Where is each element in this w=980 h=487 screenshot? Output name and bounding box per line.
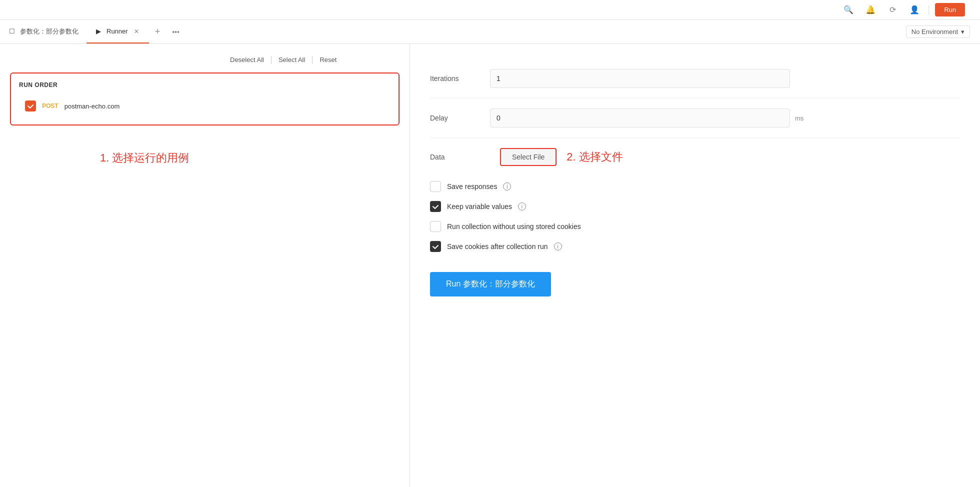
deselect-all-button[interactable]: Deselect All [225, 54, 269, 66]
user-icon[interactable]: 👤 [906, 2, 922, 18]
save-cookies-info-icon[interactable]: i [554, 242, 562, 250]
left-panel: Deselect All Select All Reset RUN ORDER … [0, 44, 410, 487]
select-all-button[interactable]: Select All [274, 54, 310, 66]
annotation-2: 2. 选择文件 [566, 150, 622, 164]
run-order-title: RUN ORDER [19, 82, 390, 88]
delay-row: Delay ms [430, 98, 960, 138]
run-collection-button[interactable]: Run 参数化：部分参数化 [430, 272, 551, 296]
tab-runner-label: Runner [106, 28, 128, 35]
play-icon: ▶ [94, 28, 102, 36]
tab-add-button[interactable]: + [149, 20, 166, 44]
sync-icon[interactable]: ⟳ [884, 2, 900, 18]
tab-more-button[interactable]: ••• [166, 20, 186, 44]
save-cookies-checkbox[interactable] [430, 241, 441, 252]
keep-variable-row: Keep variable values i [430, 201, 960, 212]
tab-parameterize-label: 参数化：部分参数化 [20, 27, 78, 36]
data-label: Data [430, 153, 490, 161]
tab-runner[interactable]: ▶ Runner ✕ [86, 20, 149, 44]
request-checkbox[interactable] [25, 100, 36, 112]
toolbar: Deselect All Select All Reset [225, 54, 400, 66]
env-label: No Environment [912, 28, 958, 36]
run-order-box: RUN ORDER POST postman-echo.com [10, 72, 400, 126]
keep-variable-label: Keep variable values [447, 202, 512, 210]
chevron-down-icon: ▾ [961, 28, 964, 36]
tab-close-icon[interactable]: ✕ [132, 27, 141, 36]
checkboxes-section: Save responses i Keep variable values i … [430, 176, 960, 257]
run-without-cookies-label: Run collection without using stored cook… [447, 222, 581, 230]
checkmark-icon [432, 203, 439, 210]
document-icon: ☐ [8, 28, 16, 36]
toolbar-divider2 [312, 56, 312, 64]
search-icon[interactable]: 🔍 [840, 2, 856, 18]
checkmark-icon [27, 102, 34, 110]
checkmark-icon [432, 243, 439, 250]
keep-variable-checkbox[interactable] [430, 201, 441, 212]
save-cookies-row: Save cookies after collection run i [430, 241, 960, 252]
table-row[interactable]: POST postman-echo.com [19, 96, 390, 116]
save-responses-row: Save responses i [430, 181, 960, 192]
delay-input[interactable] [490, 108, 790, 128]
tab-bar: ☐ 参数化：部分参数化 ▶ Runner ✕ + ••• No Environm… [0, 20, 980, 44]
bell-icon[interactable]: 🔔 [862, 2, 878, 18]
separator [928, 5, 929, 15]
ms-label: ms [795, 114, 804, 122]
delay-label: Delay [430, 114, 490, 122]
annotation-1: 1. 选择运行的用例 [10, 150, 400, 166]
data-row: Data Select File 2. 选择文件 [430, 138, 960, 176]
save-responses-checkbox[interactable] [430, 181, 441, 192]
select-file-button[interactable]: Select File [500, 148, 556, 166]
top-right-area: 🔍 🔔 ⟳ 👤 Run [840, 2, 970, 18]
iterations-row: Iterations [430, 59, 960, 98]
iterations-input[interactable] [490, 69, 790, 88]
main-area: Deselect All Select All Reset RUN ORDER … [0, 44, 980, 487]
run-without-cookies-checkbox[interactable] [430, 221, 441, 232]
save-responses-info-icon[interactable]: i [503, 182, 511, 190]
orange-run-button[interactable]: Run [935, 3, 965, 16]
save-responses-label: Save responses [447, 182, 497, 190]
request-name: postman-echo.com [64, 102, 120, 110]
toolbar-divider [271, 56, 272, 64]
right-panel: Iterations Delay ms Data Select File 2. … [410, 44, 980, 487]
tab-parameterize[interactable]: ☐ 参数化：部分参数化 [0, 20, 86, 44]
keep-variable-info-icon[interactable]: i [518, 202, 526, 210]
save-cookies-label: Save cookies after collection run [447, 242, 548, 250]
run-without-cookies-row: Run collection without using stored cook… [430, 221, 960, 232]
env-selector[interactable]: No Environment ▾ [906, 26, 970, 38]
method-badge: POST [42, 102, 58, 110]
iterations-label: Iterations [430, 74, 490, 82]
reset-button[interactable]: Reset [314, 54, 342, 66]
top-bar: 🔍 🔔 ⟳ 👤 Run [0, 0, 980, 20]
